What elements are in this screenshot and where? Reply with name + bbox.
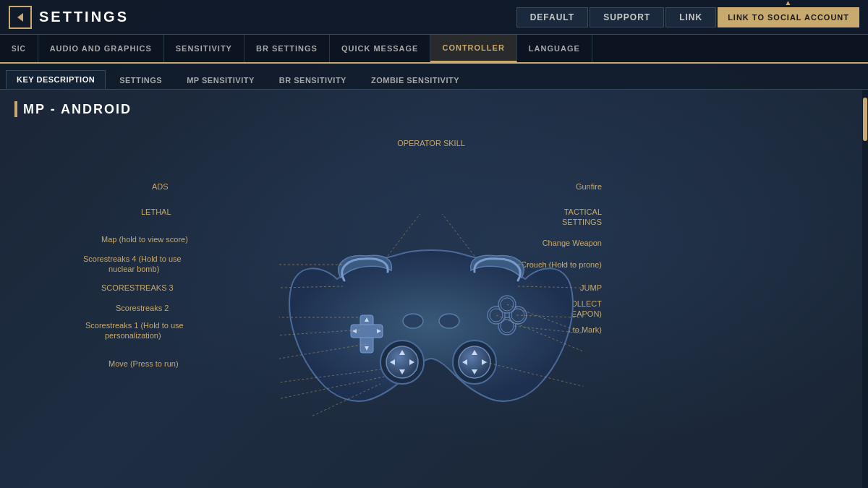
label-scorestreaks4a: Scorestreaks 4 (Hold to use: [83, 254, 182, 263]
header-left: SETTINGS: [9, 6, 129, 29]
svg-point-16: [439, 314, 459, 328]
label-map: Map (hold to view score): [101, 235, 188, 244]
main-tabs: SIC AUDIO AND GRAPHICS SENSITIVITY BR SE…: [0, 35, 868, 64]
label-ads: ADS: [152, 182, 169, 191]
label-scorestreaks2: Scorestreaks 2: [116, 304, 169, 312]
support-button[interactable]: SUPPORT: [590, 7, 664, 27]
content-area: MP - ANDROID ADS LETHAL Map (hold to vie…: [0, 90, 868, 488]
title-accent-bar: [14, 101, 17, 117]
scrollbar[interactable]: [862, 90, 868, 488]
top-header: SETTINGS DEFAULT SUPPORT LINK LINK TO SO…: [0, 0, 868, 35]
tab-quick-message[interactable]: QUICK MESSAGE: [330, 35, 431, 62]
link-social-button[interactable]: LINK TO SOCIAL ACCOUNT: [718, 7, 859, 27]
section-title: MP - ANDROID: [14, 101, 848, 117]
svg-marker-0: [17, 13, 23, 22]
label-scorestreaks1a: Scorestreaks 1 (Hold to use: [85, 321, 184, 330]
tab-sic[interactable]: SIC: [0, 35, 38, 62]
tab-br-settings[interactable]: BR SETTINGS: [244, 35, 330, 62]
subtab-br-sensitivity[interactable]: BR Sensitivity: [268, 71, 357, 89]
scrollbar-thumb[interactable]: [863, 98, 867, 141]
back-button[interactable]: [9, 6, 32, 29]
link-button[interactable]: LINK: [665, 7, 716, 27]
label-move: Move (Press to run): [109, 359, 179, 368]
section-title-text: MP - ANDROID: [23, 102, 132, 117]
tab-language[interactable]: LANGUAGE: [517, 35, 592, 62]
page-title: SETTINGS: [39, 9, 129, 25]
label-operator-skill: OPERATOR SKILL: [397, 139, 465, 147]
label-gunfire: Gunfire: [576, 182, 602, 191]
subtab-key-description[interactable]: KEY DESCRIPTION: [6, 70, 106, 89]
label-jump: JUMP: [580, 283, 602, 292]
svg-point-15: [403, 314, 423, 328]
label-scorestreaks3: SCORESTREAKS 3: [101, 283, 174, 292]
subtab-zombie-sensitivity[interactable]: ZOMBIE Sensitivity: [360, 71, 470, 89]
tab-sensitivity[interactable]: SENSITIVITY: [164, 35, 244, 62]
controller-image: [279, 214, 583, 416]
default-button[interactable]: DEFAULT: [516, 7, 588, 27]
tab-audio-graphics[interactable]: AUDIO AND GRAPHICS: [38, 35, 164, 62]
label-scorestreaks1b: personalization): [105, 331, 161, 340]
back-icon: [14, 12, 26, 23]
controller-diagram: ADS LETHAL Map (hold to view score) Scor…: [14, 132, 848, 479]
label-scorestreaks4b: nuclear bomb): [109, 265, 159, 273]
subtab-mp-sensitivity[interactable]: MP Sensitivity: [176, 71, 265, 89]
subtab-settings[interactable]: SETTINGS: [109, 71, 173, 89]
sub-tabs: KEY DESCRIPTION SETTINGS MP Sensitivity …: [0, 64, 868, 90]
header-right: DEFAULT SUPPORT LINK LINK TO SOCIAL ACCO…: [516, 7, 859, 27]
main-content: MP - ANDROID ADS LETHAL Map (hold to vie…: [0, 90, 862, 488]
tab-controller[interactable]: CONTROLLER: [430, 35, 516, 62]
label-lethal: LETHAL: [141, 207, 171, 216]
